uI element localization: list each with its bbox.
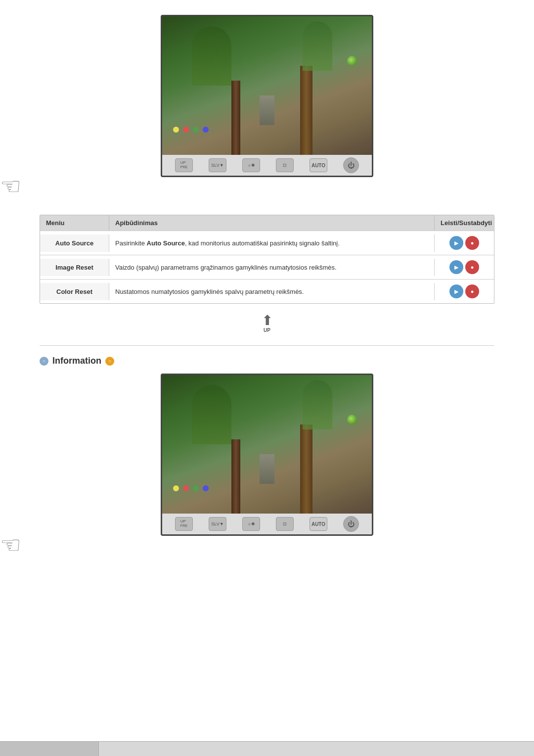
ctrl-btn2-auto[interactable]: AUTO xyxy=(310,517,327,531)
information-title-row: ○ Information ○ xyxy=(40,356,494,366)
green-sphere-2 xyxy=(347,415,357,425)
bottom-bar-left xyxy=(0,742,99,756)
ctrl-btn-up[interactable]: UPPRE xyxy=(175,158,193,172)
description-color-reset: Nustatomos numatytosios gamyklinės spalv… xyxy=(109,283,435,300)
table-row: Auto Source Pasirinkite Auto Source, kad… xyxy=(40,231,494,255)
information-section: ○ Information ○ xyxy=(40,356,494,559)
bottom-bar-right xyxy=(99,742,534,756)
bottom-bar xyxy=(0,741,534,756)
monitor-frame-1: UPPRE SLV▼ ☼✱ ⊡ AUTO ⏻ xyxy=(161,15,373,177)
table-header: Meniu Apibūdinimas Leisti/Sustabdyti xyxy=(40,215,494,231)
description-auto-source: Pasirinkite Auto Source, kad monitorius … xyxy=(109,235,435,252)
ctrl-btn2-up[interactable]: UPPRE xyxy=(175,517,193,531)
colorful-balls-2 xyxy=(172,484,210,494)
ctrl-btn2-slv[interactable]: SLV▼ xyxy=(209,517,226,531)
ctrl-btn-auto[interactable]: AUTO xyxy=(310,158,327,172)
info-icon-left: ○ xyxy=(40,357,48,366)
pagoda-decoration-2 xyxy=(260,454,274,484)
tree-decoration-2 xyxy=(231,81,240,155)
ctrl-btn-display[interactable]: ⊡ xyxy=(276,158,294,172)
table-row: Image Reset Vaizdo (spalvų) parametrams … xyxy=(40,255,494,279)
header-description: Apibūdinimas xyxy=(109,215,435,231)
colorful-balls xyxy=(172,126,210,135)
header-action: Leisti/Sustabdyti xyxy=(435,215,494,231)
header-menu: Meniu xyxy=(40,215,109,231)
monitor-controls-1: UPPRE SLV▼ ☼✱ ⊡ AUTO ⏻ xyxy=(162,155,372,176)
section-divider xyxy=(40,345,494,346)
up-arrow: ⬆ UP xyxy=(262,314,273,333)
monitor-screen-1 xyxy=(162,16,372,155)
table-row: Color Reset Nustatomos numatytosios gamy… xyxy=(40,279,494,303)
description-image-reset: Vaizdo (spalvų) parametrams grąžinamos g… xyxy=(109,259,435,276)
ctrl-btn-slv[interactable]: SLV▼ xyxy=(209,158,226,172)
stop-button-image-reset[interactable]: ● xyxy=(465,260,479,274)
menu-name-image-reset: Image Reset xyxy=(40,259,109,276)
monitor-screen-2 xyxy=(162,375,372,514)
action-buttons-color-reset: ▶ ● xyxy=(435,280,494,303)
tree-decoration-4 xyxy=(231,439,240,514)
tree-decoration xyxy=(300,66,312,155)
play-button-image-reset[interactable]: ▶ xyxy=(449,260,463,274)
monitor-frame-2: UPPRE SLV▼ ☼✱ ⊡ AUTO ⏻ xyxy=(161,374,373,536)
menu-table: Meniu Apibūdinimas Leisti/Sustabdyti Aut… xyxy=(40,215,494,304)
hand-pointer-1: ☞ xyxy=(0,172,21,200)
menu-name-auto-source: Auto Source xyxy=(40,235,109,252)
ctrl-btn-brightness[interactable]: ☼✱ xyxy=(242,158,260,172)
monitor-section-2: UPPRE SLV▼ ☼✱ ⊡ AUTO ⏻ ☞ xyxy=(40,374,494,559)
play-button-auto-source[interactable]: ▶ xyxy=(449,236,463,250)
information-title: Information xyxy=(52,356,101,366)
ctrl-btn2-power[interactable]: ⏻ xyxy=(343,516,359,532)
action-buttons-image-reset: ▶ ● xyxy=(435,255,494,279)
tree-decoration-3 xyxy=(300,425,312,514)
ctrl-btn2-display[interactable]: ⊡ xyxy=(276,517,294,531)
ctrl-btn-power[interactable]: ⏻ xyxy=(343,157,359,173)
green-sphere xyxy=(347,56,357,66)
up-arrow-icon: ⬆ xyxy=(262,314,273,328)
menu-name-color-reset: Color Reset xyxy=(40,283,109,300)
action-buttons-auto-source: ▶ ● xyxy=(435,231,494,255)
stop-button-auto-source[interactable]: ● xyxy=(465,236,479,250)
play-button-color-reset[interactable]: ▶ xyxy=(449,284,463,298)
stop-button-color-reset[interactable]: ● xyxy=(465,284,479,298)
up-label: UP xyxy=(264,328,270,333)
monitor-controls-2: UPPRE SLV▼ ☼✱ ⊡ AUTO ⏻ xyxy=(162,514,372,534)
up-arrow-section: ⬆ UP xyxy=(40,314,494,333)
pagoda-decoration xyxy=(260,95,274,125)
info-icon-right: ○ xyxy=(105,357,114,366)
hand-pointer-2: ☞ xyxy=(0,531,21,559)
monitor-section-1: UPPRE SLV▼ ☼✱ ⊡ AUTO ⏻ ☞ xyxy=(40,15,494,200)
ctrl-btn2-brightness[interactable]: ☼✱ xyxy=(242,517,260,531)
